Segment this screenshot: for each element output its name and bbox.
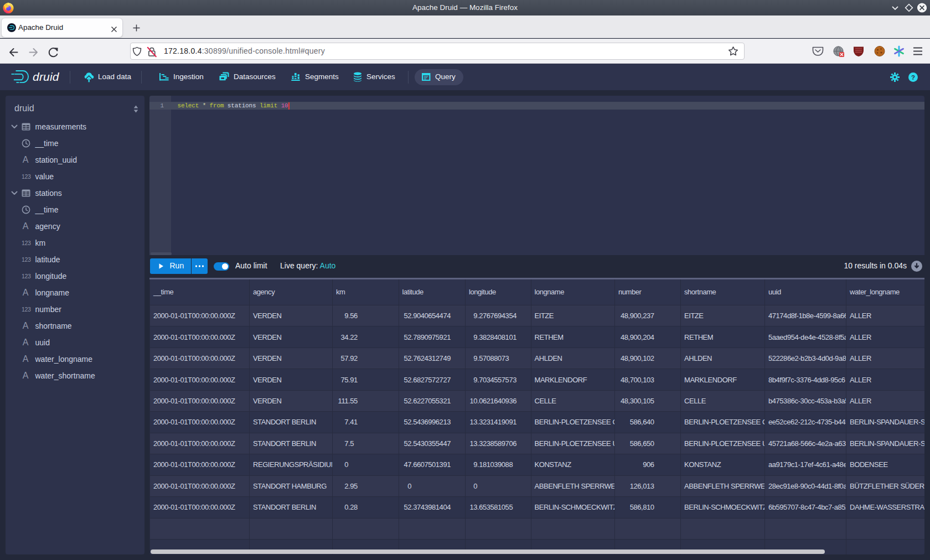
svg-text:?: ? — [911, 74, 915, 80]
